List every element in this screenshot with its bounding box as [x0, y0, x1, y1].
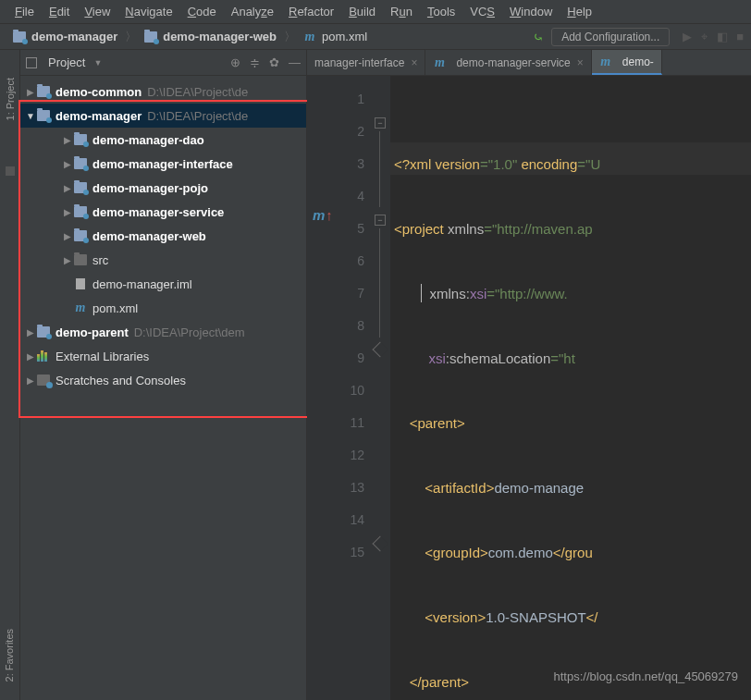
- tab-label: manager-interface: [314, 56, 404, 69]
- tree-node-pojo[interactable]: ▶ demo-manager-pojo: [20, 176, 306, 200]
- module-folder-icon: [74, 158, 87, 169]
- build-icon[interactable]: ⤿: [533, 30, 544, 44]
- tree-node-label: src: [92, 253, 108, 267]
- locate-icon[interactable]: ⊕: [230, 55, 240, 69]
- tree-node-label: demo-parent: [55, 325, 129, 339]
- expand-arrow-icon[interactable]: ▶: [61, 255, 74, 265]
- tree-node-interface[interactable]: ▶ demo-manager-interface: [20, 152, 306, 176]
- line-number: 3: [340, 148, 364, 180]
- expand-arrow-icon[interactable]: ▶: [24, 351, 37, 362]
- expand-arrow-icon[interactable]: ▶: [24, 375, 37, 386]
- maven-up-icon[interactable]: m: [313, 207, 333, 223]
- editor-tab[interactable]: manager-interface ×: [307, 50, 425, 75]
- module-folder-icon: [37, 326, 50, 338]
- code-editor[interactable]: m 1 2 3 4 5 6 7 8 9 10 11 12 13 14 15 −: [307, 76, 751, 700]
- breadcrumb-label: demo-manager-web: [163, 30, 277, 43]
- scratches-icon: [37, 375, 50, 386]
- stop-icon[interactable]: ■: [736, 30, 744, 43]
- breadcrumb-label: demo-manager: [31, 30, 117, 43]
- module-folder-icon: [37, 86, 50, 97]
- menu-refactor[interactable]: Refactor: [281, 5, 341, 18]
- breadcrumb-seg-2[interactable]: demo-manager-web: [139, 30, 282, 43]
- collapse-arrow-icon[interactable]: ▼: [24, 111, 37, 121]
- menu-code[interactable]: Code: [180, 5, 224, 18]
- expand-arrow-icon[interactable]: ▶: [61, 231, 74, 241]
- hide-panel-icon[interactable]: —: [289, 55, 301, 69]
- close-tab-icon[interactable]: ×: [411, 56, 417, 69]
- editor-tab[interactable]: m demo-manager-service ×: [425, 50, 591, 75]
- project-icon: [26, 57, 37, 68]
- tab-label: demo-: [622, 55, 654, 68]
- menu-navigate[interactable]: Navigate: [117, 5, 179, 18]
- tree-node-demo-manager[interactable]: ▼ demo-manager D:\IDEA\Project\de: [20, 104, 306, 128]
- fold-gutter: − −: [372, 76, 390, 700]
- menu-window[interactable]: Window: [502, 5, 560, 18]
- expand-arrow-icon[interactable]: ▶: [24, 327, 37, 338]
- tree-node-label: Scratches and Consoles: [55, 374, 186, 387]
- line-number: 13: [340, 472, 364, 504]
- tree-node-label: External Libraries: [55, 350, 149, 363]
- tree-node-scratches[interactable]: ▶ Scratches and Consoles: [20, 368, 306, 392]
- chevron-down-icon: ▼: [93, 58, 102, 68]
- iml-file-icon: [74, 277, 87, 290]
- line-number: 11: [340, 407, 364, 439]
- maven-file-icon: m: [303, 31, 316, 43]
- editor-tabs: manager-interface × m demo-manager-servi…: [307, 50, 751, 76]
- expand-arrow-icon[interactable]: ▶: [24, 87, 37, 97]
- module-folder-icon: [144, 31, 157, 43]
- tree-node-service[interactable]: ▶ demo-manager-service: [20, 200, 306, 224]
- fold-collapse-icon[interactable]: −: [375, 117, 386, 129]
- expand-all-icon[interactable]: ≑: [250, 55, 260, 69]
- tree-node-demo-common[interactable]: ▶ demo-common D:\IDEA\Project\de: [20, 80, 306, 104]
- project-view-selector[interactable]: Project ▼: [26, 55, 102, 69]
- menu-tools[interactable]: Tools: [420, 5, 462, 18]
- menu-view[interactable]: View: [77, 5, 117, 18]
- tree-node-external-libs[interactable]: ▶ External Libraries: [20, 344, 306, 368]
- maven-file-icon: m: [599, 55, 612, 68]
- editor-area: manager-interface × m demo-manager-servi…: [307, 50, 751, 700]
- expand-arrow-icon[interactable]: ▶: [61, 207, 74, 217]
- line-number: 7: [340, 277, 364, 310]
- run-icon[interactable]: ▶: [683, 30, 692, 43]
- menu-file[interactable]: File: [7, 5, 42, 18]
- project-tree: ▶ demo-common D:\IDEA\Project\de ▼ demo-…: [20, 76, 306, 396]
- tree-node-demo-parent[interactable]: ▶ demo-parent D:\IDEA\Project\dem: [20, 320, 306, 344]
- menu-run[interactable]: Run: [383, 5, 420, 18]
- menu-build[interactable]: Build: [341, 5, 383, 18]
- expand-arrow-icon[interactable]: ▶: [61, 135, 74, 145]
- breadcrumb-seg-1[interactable]: demo-manager: [7, 30, 123, 43]
- tree-node-path: D:\IDEA\Project\de: [147, 85, 248, 99]
- expand-arrow-icon[interactable]: ▶: [61, 159, 74, 169]
- editor-tab-active[interactable]: m demo-: [592, 50, 662, 75]
- menu-help[interactable]: Help: [560, 5, 599, 18]
- tool-tab-favorites[interactable]: 2: Favorites: [4, 629, 15, 682]
- close-tab-icon[interactable]: ×: [577, 56, 584, 69]
- menu-edit[interactable]: Edit: [42, 5, 77, 18]
- menu-vcs[interactable]: VCS: [462, 5, 502, 18]
- tree-node-src[interactable]: ▶ src: [20, 248, 306, 272]
- line-number: 9: [340, 342, 364, 375]
- run-configuration-select[interactable]: Add Configuration...: [551, 28, 670, 46]
- fold-collapse-icon[interactable]: −: [375, 215, 386, 226]
- code-content[interactable]: <?xml version="1.0" encoding="U <project…: [390, 76, 751, 700]
- tree-node-label: demo-manager: [55, 109, 142, 123]
- tree-node-iml[interactable]: demo-manager.iml: [20, 272, 306, 296]
- tree-node-web[interactable]: ▶ demo-manager-web: [20, 224, 306, 248]
- expand-arrow-icon[interactable]: ▶: [61, 183, 74, 193]
- run-toolbar: ▶ ⌖ ◧ ■: [677, 30, 744, 44]
- settings-gear-icon[interactable]: ✿: [269, 55, 279, 69]
- breadcrumb-seg-3[interactable]: m pom.xml: [298, 30, 373, 43]
- menu-analyze[interactable]: Analyze: [224, 5, 281, 18]
- coverage-icon[interactable]: ◧: [717, 30, 728, 43]
- tool-tab-structure-icon[interactable]: [6, 166, 15, 176]
- tree-node-label: pom.xml: [92, 301, 138, 315]
- line-number: 5: [340, 213, 364, 245]
- tree-node-label: demo-manager-service: [92, 205, 224, 219]
- debug-icon[interactable]: ⌖: [701, 30, 708, 43]
- tree-node-pom[interactable]: m pom.xml: [20, 296, 306, 320]
- tree-node-label: demo-manager-dao: [92, 133, 204, 147]
- project-panel-title: Project: [48, 55, 85, 69]
- tree-node-dao[interactable]: ▶ demo-manager-dao: [20, 128, 306, 152]
- tree-node-path: D:\IDEA\Project\de: [147, 109, 248, 123]
- tool-tab-project[interactable]: 1: Project: [5, 78, 16, 120]
